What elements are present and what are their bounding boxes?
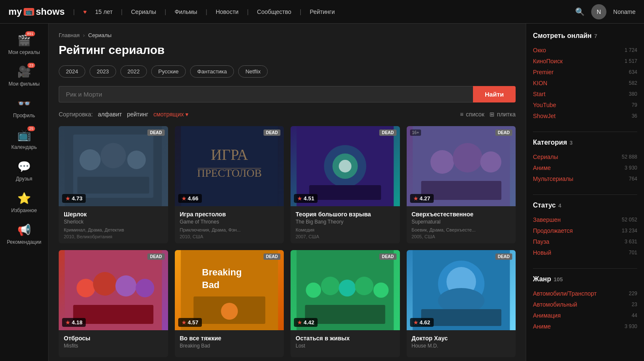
rs-link-okko[interactable]: Окко 1 724	[533, 45, 637, 56]
sort-watching-dropdown[interactable]: смотрящих ▾	[153, 111, 188, 118]
card-got-meta: 2010, США	[180, 234, 279, 239]
sidebar-item-recommendations[interactable]: 📢 Рекомендации	[0, 220, 48, 248]
filter-2022[interactable]: 2022	[120, 65, 147, 78]
calendar-badge: 25	[27, 126, 35, 131]
rs-ongoing-label: Продолжается	[533, 227, 573, 234]
nav-films[interactable]: Фильмы	[174, 8, 197, 15]
rs-start-count: 380	[629, 91, 637, 97]
search-icon-button[interactable]: 🔍	[575, 7, 584, 16]
filter-scifi[interactable]: Фантастика	[190, 65, 234, 78]
breadcrumb-current: Сериалы	[88, 32, 111, 38]
card-lost[interactable]: ★ 4.42 DEAD Остаться в живых Lost	[291, 250, 400, 357]
svg-text:ИГРА: ИГРА	[211, 146, 248, 163]
rs-link-paused[interactable]: Пауза 3 631	[533, 236, 637, 247]
rs-link-showjet[interactable]: ShowJet 36	[533, 110, 637, 121]
card-bb-image: Breaking Bad ★ 4.57 DEAD	[175, 250, 284, 330]
rs-new-label: Новый	[533, 249, 551, 256]
card-misfits[interactable]: ★ 4.18 DEAD Отбросы Misfits	[59, 250, 168, 357]
rs-link-automotive[interactable]: Автомобильный 23	[533, 299, 637, 310]
card-sherlock[interactable]: ★ 4.73 DEAD Шерлок Sherlock Криминал, Др…	[59, 126, 168, 243]
sidebar-item-friends[interactable]: 💬 Друзья	[0, 157, 48, 185]
card-supernatural-dead-badge: DEAD	[495, 129, 512, 136]
card-bb-title: Во все тяжкие	[180, 334, 279, 342]
nav-ratings[interactable]: Рейтинги	[310, 8, 334, 15]
logo-text: my	[8, 6, 22, 17]
card-bb[interactable]: Breaking Bad ★ 4.57 DEAD Во все тяжкие	[175, 250, 284, 357]
card-supernatural-title: Сверхъестественное	[412, 210, 511, 218]
star-icon: ★	[182, 320, 186, 326]
rs-link-new[interactable]: Новый 701	[533, 247, 637, 258]
rs-okko-label: Окко	[533, 47, 546, 54]
rs-link-serials[interactable]: Сериалы 52 888	[533, 151, 637, 162]
rs-link-multserials[interactable]: Мультсериалы 764	[533, 173, 637, 184]
rs-link-animation[interactable]: Анимация 44	[533, 310, 637, 321]
rs-completed-count: 52 052	[622, 217, 637, 223]
card-house-body: Доктор Хаус House M.D.	[407, 330, 516, 357]
rs-divider-1	[533, 132, 637, 132]
rs-link-start[interactable]: Start 380	[533, 89, 637, 100]
my-films-badge: 23	[27, 63, 35, 68]
search-input[interactable]	[59, 86, 473, 102]
card-house-title: Доктор Хаус	[412, 334, 511, 342]
sidebar-item-my-serials[interactable]: 🎬 891 Мои сериалы	[0, 30, 48, 59]
logo[interactable]: my 📺 shows	[8, 6, 65, 17]
rs-category: Категория 3 Сериалы 52 888 Аниме 3 930 М…	[533, 139, 637, 184]
username: Noname	[613, 8, 636, 15]
card-supernatural-image: ★ 4.27 DEAD 16+	[407, 126, 516, 206]
breadcrumb-home[interactable]: Главная	[59, 32, 79, 38]
nav-news[interactable]: Новости	[216, 8, 239, 15]
rs-ongoing-count: 13 234	[622, 228, 637, 234]
rs-showjet-count: 36	[632, 113, 637, 119]
card-house[interactable]: ★ 4.62 DEAD Доктор Хаус House M.D.	[407, 250, 516, 357]
star-icon: ★	[65, 196, 70, 202]
nav-serials[interactable]: Сериалы	[131, 8, 156, 15]
sort-alphabet[interactable]: алфавит	[98, 111, 122, 118]
card-house-rating: ★ 4.62	[410, 318, 434, 327]
card-sherlock-title: Шерлок	[64, 210, 163, 218]
star-icon: ★	[182, 196, 186, 202]
sidebar-item-profile-label: Профиль	[13, 113, 35, 119]
search-button[interactable]: Найти	[473, 86, 516, 102]
card-supernatural[interactable]: ★ 4.27 DEAD 16+ Сверхъестественное Super…	[407, 126, 516, 243]
rs-link-completed[interactable]: Завершен 52 052	[533, 214, 637, 225]
sidebar-item-favorites[interactable]: ⭐ Избранное	[0, 189, 48, 217]
card-tbbt[interactable]: ★ 4.51 DEAD Теория большого взрыва The B…	[291, 126, 400, 243]
view-grid[interactable]: ⊞ плитка	[489, 111, 516, 118]
rs-link-ongoing[interactable]: Продолжается 13 234	[533, 225, 637, 236]
rs-link-premier[interactable]: Premier 634	[533, 67, 637, 78]
rs-link-auto-transport[interactable]: Автомобили/Транспорт 229	[533, 288, 637, 299]
card-got[interactable]: ИГРА ПРЕСТОЛОВ ★ 4.66 DEAD Игра престоло…	[175, 126, 284, 243]
svg-point-38	[321, 277, 340, 295]
rs-link-kion[interactable]: KION 582	[533, 78, 637, 89]
sidebar-item-calendar[interactable]: 📺 25 Календарь	[0, 125, 48, 154]
recommendations-icon: 📢	[17, 224, 31, 236]
sidebar-item-profile[interactable]: 👓 Профиль	[0, 94, 48, 122]
rs-link-youtube[interactable]: YouTube 79	[533, 100, 637, 110]
my-serials-icon-wrap: 🎬 891	[17, 34, 31, 47]
sort-rating[interactable]: рейтинг	[127, 111, 148, 118]
nav-years[interactable]: 15 лет	[95, 8, 112, 15]
rs-serials-count: 52 888	[622, 154, 637, 160]
sidebar-item-my-films[interactable]: 🎥 23 Мои фильмы	[0, 62, 48, 90]
filter-russian[interactable]: Русские	[151, 65, 186, 78]
card-bb-dead-badge: DEAD	[264, 253, 280, 260]
rs-link-kinopoisk[interactable]: КиноПоиск 1 517	[533, 56, 637, 67]
svg-rect-15	[309, 185, 381, 200]
filter-2023[interactable]: 2023	[90, 65, 116, 78]
filter-netflix[interactable]: Netflix	[238, 65, 268, 78]
svg-point-14	[339, 160, 351, 172]
card-lost-rating: ★ 4.42	[294, 318, 318, 327]
rs-watch-online: Смотреть онлайн 7 Окко 1 724 КиноПоиск 1…	[533, 32, 637, 121]
favorites-icon: ⭐	[17, 192, 31, 205]
card-sherlock-rating: ★ 4.73	[62, 194, 86, 203]
nav-community[interactable]: Сообщество	[257, 8, 291, 15]
view-list[interactable]: ≡ список	[460, 111, 484, 118]
rs-link-anime-genre[interactable]: Аниме 3 930	[533, 321, 637, 332]
rs-auto-transport-label: Автомобили/Транспорт	[533, 290, 597, 297]
breadcrumb-separator: ›	[83, 32, 84, 38]
rs-link-anime[interactable]: Аниме 3 930	[533, 162, 637, 173]
sort-bar: Сортировка: алфавит рейтинг смотрящих ▾ …	[59, 111, 516, 118]
filter-2024[interactable]: 2024	[59, 65, 85, 78]
rs-okko-count: 1 724	[625, 47, 637, 53]
card-sherlock-image: ★ 4.73 DEAD	[59, 126, 168, 206]
